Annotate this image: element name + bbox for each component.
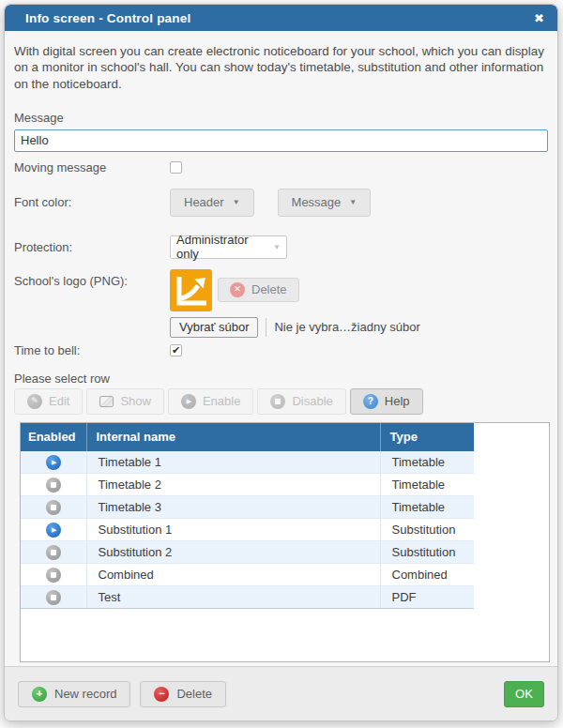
table-row[interactable]: Timetable 3Timetable xyxy=(21,496,474,519)
cell-internal-name: Substitution 2 xyxy=(86,541,380,564)
row-actions-toolbar: ✎ Edit Show ▶ Enable Disable ? Help xyxy=(14,388,548,415)
table-row[interactable]: ▶Timetable 1Timetable xyxy=(21,451,474,474)
cell-internal-name: Timetable 2 xyxy=(86,474,380,496)
disabled-stop-icon[interactable] xyxy=(46,500,61,515)
table-row[interactable]: CombinedCombined xyxy=(21,564,474,586)
select-row-hint: Please select row xyxy=(14,372,548,386)
screens-table-body: ▶Timetable 1TimetableTimetable 2Timetabl… xyxy=(21,451,474,609)
delete-x-icon: ✕ xyxy=(230,282,245,297)
disable-button[interactable]: Disable xyxy=(257,388,345,415)
disabled-stop-icon[interactable] xyxy=(46,590,61,605)
protection-selected-value: Administrator only xyxy=(176,233,273,261)
edit-label: Edit xyxy=(49,394,69,408)
column-header-type[interactable]: Type xyxy=(380,423,474,451)
enabled-play-icon[interactable]: ▶ xyxy=(46,455,61,470)
plus-icon: + xyxy=(32,687,47,702)
show-screen-icon xyxy=(99,396,114,407)
ok-button[interactable]: OK xyxy=(504,681,544,707)
logo-delete-label: Delete xyxy=(251,282,287,296)
time-to-bell-label: Time to bell: xyxy=(14,343,170,357)
message-label: Message xyxy=(14,111,548,125)
table-row[interactable]: Substitution 2Substitution xyxy=(21,541,474,564)
new-record-label: New record xyxy=(54,687,116,701)
enable-button[interactable]: ▶ Enable xyxy=(168,388,253,415)
edit-button[interactable]: ✎ Edit xyxy=(14,388,83,415)
dialog-footer: + New record − Delete OK xyxy=(5,666,557,720)
disable-label: Disable xyxy=(292,394,332,408)
cell-type: Substitution xyxy=(380,541,474,564)
chevron-down-icon: ▼ xyxy=(349,198,357,206)
header-button-label: Header xyxy=(184,195,224,209)
table-header-row: Enabled Internal name Type xyxy=(21,423,474,451)
chevron-down-icon: ▼ xyxy=(233,198,240,206)
chevron-down-icon: ▼ xyxy=(273,243,281,251)
cell-internal-name: Substitution 1 xyxy=(86,519,380,541)
time-to-bell-checkbox[interactable]: ✔ xyxy=(170,344,182,356)
message-input[interactable] xyxy=(14,129,548,152)
cell-internal-name: Timetable 3 xyxy=(86,496,380,519)
cell-internal-name: Combined xyxy=(86,564,380,586)
cell-type: Timetable xyxy=(380,496,474,519)
minus-icon: − xyxy=(154,687,169,702)
dialog-title: Info screen - Control panel xyxy=(25,11,534,25)
column-header-enabled[interactable]: Enabled xyxy=(21,423,86,451)
screens-table: Enabled Internal name Type ▶Timetable 1T… xyxy=(21,423,474,610)
cell-type: Timetable xyxy=(380,451,474,474)
protection-select[interactable]: Administrator only ▼ xyxy=(170,235,287,259)
disabled-stop-icon[interactable] xyxy=(46,545,61,560)
disabled-stop-icon[interactable] xyxy=(46,568,61,583)
font-color-message-button[interactable]: Message ▼ xyxy=(278,189,372,217)
new-record-button[interactable]: + New record xyxy=(18,681,130,707)
cell-internal-name: Timetable 1 xyxy=(86,451,380,474)
file-status-text: Nie je vybra…žiadny súbor xyxy=(266,318,419,337)
moving-message-label: Moving message xyxy=(14,160,170,174)
enabled-play-icon[interactable]: ▶ xyxy=(46,523,61,538)
dialog-body: With digital screen you can create elect… xyxy=(5,31,557,666)
moving-message-checkbox[interactable] xyxy=(170,161,182,174)
cell-type: Substitution xyxy=(380,519,474,541)
close-icon[interactable]: ✖ xyxy=(534,12,544,24)
table-row[interactable]: TestPDF xyxy=(21,586,474,609)
table-row[interactable]: ▶Substitution 1Substitution xyxy=(21,519,474,541)
delete-record-label: Delete xyxy=(176,687,212,701)
school-logo-label: School's logo (PNG): xyxy=(14,269,170,288)
table-row[interactable]: Timetable 2Timetable xyxy=(21,474,474,496)
screens-table-container: Enabled Internal name Type ▶Timetable 1T… xyxy=(20,422,550,662)
cell-type: Timetable xyxy=(380,474,474,496)
font-color-label: Font color: xyxy=(14,195,170,209)
help-button[interactable]: ? Help xyxy=(350,388,423,415)
trend-chart-icon xyxy=(170,269,212,311)
cell-type: Combined xyxy=(380,564,474,586)
page-background: Info screen - Control panel ✖ With digit… xyxy=(0,0,563,728)
description-text: With digital screen you can create elect… xyxy=(14,43,548,92)
message-button-label: Message xyxy=(292,195,342,209)
show-label: Show xyxy=(120,394,151,408)
help-question-icon: ? xyxy=(363,394,378,409)
enable-label: Enable xyxy=(203,394,240,408)
show-button[interactable]: Show xyxy=(86,388,164,415)
choose-file-button[interactable]: Vybrať súbor xyxy=(170,317,258,338)
help-label: Help xyxy=(385,394,410,408)
protection-label: Protection: xyxy=(14,240,170,254)
edit-pencil-icon: ✎ xyxy=(27,394,42,409)
delete-record-button[interactable]: − Delete xyxy=(140,681,226,707)
font-color-header-button[interactable]: Header ▼ xyxy=(170,189,254,217)
column-header-internal-name[interactable]: Internal name xyxy=(86,423,380,451)
info-screen-dialog: Info screen - Control panel ✖ With digit… xyxy=(4,4,558,721)
school-logo-image xyxy=(170,269,212,311)
dialog-titlebar: Info screen - Control panel ✖ xyxy=(5,5,557,31)
disabled-stop-icon[interactable] xyxy=(46,478,61,493)
cell-type: PDF xyxy=(380,586,474,609)
play-icon: ▶ xyxy=(181,394,196,409)
cell-internal-name: Test xyxy=(86,586,380,609)
stop-icon xyxy=(270,394,285,409)
logo-delete-button[interactable]: ✕ Delete xyxy=(218,278,299,302)
